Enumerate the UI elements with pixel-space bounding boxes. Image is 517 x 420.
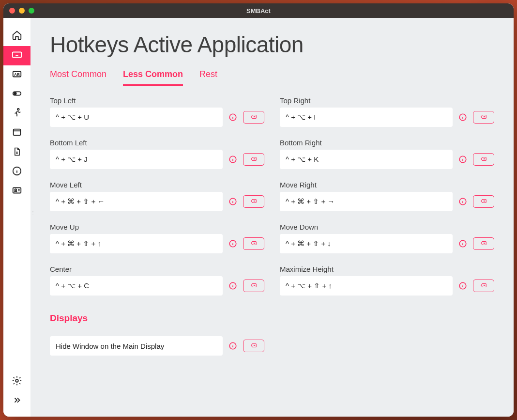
sidebar-item-window[interactable] [3, 124, 30, 143]
tab-less-common[interactable]: Less Common [123, 69, 183, 86]
hotkey-grid: Top Left ^ + ⌥ + U Top Right ^ + ⌥ + I [50, 96, 494, 296]
close-window-button[interactable] [9, 8, 15, 14]
backspace-icon [480, 113, 487, 122]
svg-point-10 [15, 379, 18, 382]
hotkey-input-center[interactable]: ^ + ⌥ + C [50, 276, 223, 296]
info-button[interactable] [228, 197, 237, 206]
backspace-icon [480, 156, 487, 164]
backspace-icon [480, 198, 487, 206]
svg-point-5 [17, 109, 19, 110]
option-hide-window-main-display[interactable]: Hide Window on the Main Display [50, 336, 223, 356]
field-maximize-height: Maximize Height ^ + ⌥ + ⇧ + ↑ [280, 265, 494, 296]
sidebar-item-toggle[interactable] [3, 85, 30, 104]
sidebar: AB [3, 18, 30, 417]
sidebar-item-contact[interactable] [3, 182, 30, 201]
field-bottom-left: Bottom Left ^ + ⌥ + J [50, 139, 264, 169]
clear-button[interactable] [473, 153, 494, 166]
field-hide-window-main-display: Hide Window on the Main Display [50, 336, 264, 356]
svg-rect-0 [13, 52, 21, 58]
field-move-right: Move Right ^ + ⌘ + ⇧ + → [280, 181, 494, 211]
clear-button[interactable] [243, 111, 264, 124]
window-icon [12, 127, 22, 140]
field-label: Top Left [50, 96, 264, 105]
sidebar-item-settings[interactable] [3, 372, 30, 391]
field-label: Move Right [280, 181, 494, 189]
clear-button[interactable] [473, 195, 494, 208]
clear-button[interactable] [473, 280, 494, 292]
info-button[interactable] [458, 281, 467, 290]
backspace-icon [480, 282, 487, 290]
sidebar-item-document[interactable] [3, 143, 30, 162]
sidebar-item-home[interactable] [3, 27, 30, 46]
toggle-icon [12, 88, 22, 101]
clear-button[interactable] [243, 340, 264, 352]
hotkey-input-bottom-right[interactable]: ^ + ⌥ + K [280, 150, 453, 169]
ab-icon: AB [12, 69, 22, 81]
minimize-window-button[interactable] [19, 8, 25, 14]
svg-point-4 [14, 93, 16, 95]
clear-button[interactable] [243, 280, 264, 292]
clear-button[interactable] [473, 111, 494, 124]
info-button[interactable] [458, 239, 467, 248]
sidebar-item-info[interactable] [3, 162, 30, 182]
running-icon [12, 108, 22, 120]
info-button[interactable] [228, 342, 237, 350]
clear-button[interactable] [243, 153, 264, 166]
hotkey-input-move-down[interactable]: ^ + ⌘ + ⇧ + ↓ [280, 234, 453, 253]
gear-icon [12, 375, 22, 388]
sidebar-resize-handle[interactable]: ⋮ [30, 212, 33, 223]
info-button[interactable] [228, 239, 237, 248]
backspace-icon [250, 240, 258, 248]
hotkey-input-top-left[interactable]: ^ + ⌥ + U [50, 108, 223, 127]
sidebar-item-actions[interactable] [3, 104, 30, 124]
svg-rect-8 [13, 188, 21, 193]
sidebar-item-text[interactable]: AB [3, 65, 30, 85]
backspace-icon [250, 282, 258, 290]
tabs: Most Common Less Common Rest [50, 69, 494, 86]
backspace-icon [250, 342, 258, 350]
window-title: SMBAct [3, 7, 514, 15]
backspace-icon [250, 156, 258, 164]
hotkey-input-move-up[interactable]: ^ + ⌘ + ⇧ + ↑ [50, 234, 223, 253]
app-window: SMBAct AB [3, 3, 514, 417]
hotkey-input-maximize-height[interactable]: ^ + ⌥ + ⇧ + ↑ [280, 276, 453, 296]
backspace-icon [250, 198, 258, 206]
section-heading-displays: Displays [50, 313, 494, 324]
file-icon [12, 147, 22, 158]
field-label: Bottom Right [280, 139, 494, 147]
maximize-window-button[interactable] [29, 8, 34, 14]
tab-rest[interactable]: Rest [199, 69, 217, 86]
clear-button[interactable] [243, 195, 264, 208]
traffic-lights [3, 8, 34, 14]
info-button[interactable] [458, 197, 467, 206]
page-title: Hotkeys Active Application [50, 31, 494, 58]
hotkey-input-move-left[interactable]: ^ + ⌘ + ⇧ + ← [50, 192, 223, 211]
info-button[interactable] [458, 155, 467, 164]
field-move-up: Move Up ^ + ⌘ + ⇧ + ↑ [50, 223, 264, 253]
svg-text:AB: AB [14, 73, 20, 77]
hotkey-input-bottom-left[interactable]: ^ + ⌥ + J [50, 150, 223, 169]
displays-grid: Hide Window on the Main Display [50, 336, 494, 356]
id-card-icon [12, 185, 22, 198]
info-button[interactable] [228, 113, 237, 122]
sidebar-item-hotkeys[interactable] [3, 46, 30, 65]
field-bottom-right: Bottom Right ^ + ⌥ + K [280, 139, 494, 169]
field-label: Top Right [280, 96, 494, 105]
field-top-left: Top Left ^ + ⌥ + U [50, 96, 264, 127]
hotkey-input-move-right[interactable]: ^ + ⌘ + ⇧ + → [280, 192, 453, 211]
info-button[interactable] [228, 155, 237, 164]
info-button[interactable] [458, 113, 467, 122]
field-move-down: Move Down ^ + ⌘ + ⇧ + ↓ [280, 223, 494, 253]
clear-button[interactable] [473, 237, 494, 250]
clear-button[interactable] [243, 237, 264, 250]
field-label: Bottom Left [50, 139, 264, 147]
field-move-left: Move Left ^ + ⌘ + ⇧ + ← [50, 181, 264, 211]
sidebar-item-collapse[interactable] [3, 391, 30, 411]
svg-rect-6 [14, 129, 21, 136]
backspace-icon [480, 240, 487, 248]
hotkey-input-top-right[interactable]: ^ + ⌥ + I [280, 108, 453, 127]
info-button[interactable] [228, 281, 237, 290]
tab-most-common[interactable]: Most Common [50, 69, 106, 86]
field-label: Move Left [50, 181, 264, 189]
field-label: Maximize Height [280, 265, 494, 273]
